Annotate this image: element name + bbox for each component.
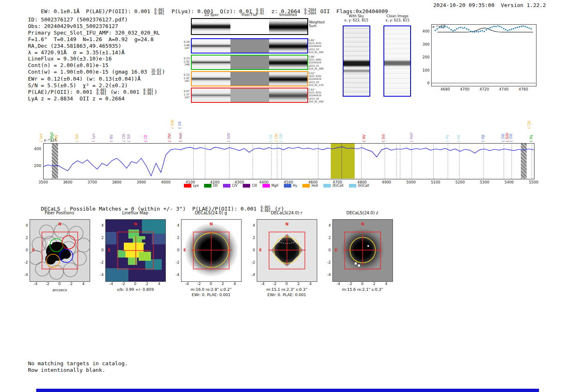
fiber-positions-figure: [30, 220, 90, 281]
row-fiber-id-labels-1: 0.85"(623, 815)20240429v015_03320_RL_090: [309, 39, 323, 53]
decals-z-east-label: E: [335, 248, 337, 252]
spectrum-xtick: 4000: [158, 180, 174, 184]
line-label-CIV: { CIV: [122, 109, 127, 142]
decals-match-summary: DECaLS : Possible Matches = 0 (within +/…: [28, 199, 284, 219]
legend-label: Hγ: [293, 184, 297, 188]
legend-swatch: [262, 184, 270, 188]
mini-ytick: 100: [419, 68, 430, 72]
panel-xtick: 4: [155, 282, 163, 286]
spectrum-ytick: 400: [30, 147, 41, 151]
lineflux-caption: s/b: 3.99 +/- 0.809: [96, 287, 174, 292]
catalog-match-note: No matching targets in catalog. Row inte…: [28, 360, 128, 373]
line-label-SiII: { SiII: [382, 109, 386, 142]
spectrum-xtick: 5300: [476, 180, 493, 184]
spectrum-xtick: 5100: [427, 180, 444, 184]
panel-xtick: 2: [295, 282, 303, 286]
mini-xtick: 4760: [517, 87, 530, 91]
line-label-Hγ: { Hγ: [530, 109, 534, 142]
panel-title-r: DECaLS(24.0) r: [257, 211, 316, 215]
line-label-OIII: { OIII: [279, 109, 284, 142]
line-label-CII: { CII: [144, 109, 149, 142]
panel-ytick: -2: [247, 260, 255, 264]
panel-xtick: 2: [219, 282, 227, 286]
row-2dspec-image: [192, 56, 230, 69]
row-smoothed-image: [269, 39, 307, 53]
decals-g-panel: N E: [181, 219, 242, 282]
info-seeing: F=1.6" T=0.149 N=1.26 A=0.92 g=24.8: [28, 36, 165, 43]
line-label-CIV: { CIV: [275, 109, 279, 142]
cleanimage-header: Clean Imagex, y: 623, 815: [381, 14, 414, 22]
panel-xtick: 0: [283, 282, 291, 286]
panel-ytick: 2: [323, 236, 331, 240]
column-header-smoothed: Smoothed: [272, 13, 304, 17]
info-redshifts: LyA z = 2.8834 OII z = 0.2664: [28, 95, 165, 102]
withsky-image: [343, 26, 370, 97]
panel-xtick: -4: [334, 282, 343, 286]
line-label-NV: { NV: [55, 109, 59, 142]
panel-ytick: -4: [171, 273, 179, 277]
panel-title-fiber: Fiber Positions: [30, 211, 89, 215]
legend-swatch: [204, 184, 211, 188]
spectrum-xtick: 3600: [60, 180, 76, 184]
legend-label: (K)CaII: [332, 184, 344, 188]
decals-r-overlays: [257, 220, 317, 281]
panel-ytick: 4: [323, 223, 331, 227]
spectrum-legend: LyαOIICIVCIIIMgIIHγHeII(K)CaII(H)CaII: [184, 184, 402, 188]
fiber-circle-red: [62, 236, 75, 249]
panel-ytick: -2: [20, 260, 28, 264]
legend-item-Lyα: Lyα: [184, 184, 199, 188]
spectrum-xtick: 3700: [84, 180, 100, 184]
panel-xtick: 4: [382, 282, 390, 286]
header-datetime-version: 2024-10-20 09:35:00 Version 1.22.2: [433, 2, 546, 8]
legend-item-OII: OII: [204, 184, 218, 188]
lineflux-north-label: N: [106, 222, 165, 226]
mini-ytick: 300: [419, 42, 430, 46]
line-label-HeII: { HeII: [179, 109, 183, 142]
decals-z-panel: N E: [332, 219, 393, 282]
weighted-sum-cutout: [191, 18, 308, 35]
panel-xtick: 0: [131, 282, 139, 286]
row-smoothed-image: [269, 72, 307, 86]
spectrum-ytick: 200: [30, 164, 41, 168]
line-label-SiIV: { SiIV: [227, 109, 232, 142]
lineflux-map-figure: [106, 220, 165, 281]
decals-g-north-label: N: [181, 222, 241, 226]
legend-item-Hγ: Hγ: [284, 184, 297, 188]
panel-ytick: 0: [171, 248, 179, 252]
panel-ytick: 2: [95, 236, 104, 240]
line-position-marker: [411, 143, 412, 179]
mini-ytick: 0: [419, 81, 430, 85]
weighted-2dspec-image: [192, 19, 230, 34]
panel-ytick: 4: [20, 223, 28, 227]
line-label-OIII: { OIII: [509, 109, 514, 142]
mini-xtick: 4680: [439, 87, 452, 91]
panel-xtick: 2: [143, 282, 151, 286]
row-2dspec-image: [192, 39, 230, 53]
line-label-SiII: { SiII: [75, 109, 80, 142]
panel-ytick: -4: [323, 273, 331, 277]
z-caption-1: m:15.6 re:2.1" s:0.3": [323, 287, 402, 292]
panel-xtick: 0: [207, 282, 215, 286]
panel-ytick: -4: [95, 273, 104, 277]
line-position-marker: [193, 143, 194, 179]
column-header-2dspec: 2D Spec: [195, 13, 228, 17]
panel-ytick: 2: [20, 236, 28, 240]
decals-r-east-label: E: [259, 248, 262, 252]
decals-r-panel: N E: [257, 219, 317, 282]
panel-xtick: 4: [307, 282, 315, 286]
line-position-marker: [532, 143, 532, 179]
legend-label: Lyα: [193, 184, 199, 188]
line-position-marker: [253, 143, 253, 179]
line-label-Lyα: { Lyα: [39, 109, 44, 142]
row-fiber-id-labels-3: 0.92"(620, 629)20240429v015_02320_RL_070: [309, 72, 323, 86]
plae-fraction: 0.0010.001: [154, 9, 164, 15]
row-smoothed-image: [269, 56, 307, 69]
spectrum-xtick: 5500: [525, 180, 542, 184]
row-fiber-id-labels-2: 0.86"(622, 806)20240429v015_01320_RL_089: [309, 55, 323, 70]
detection-info-block: ID: 5002376127 (5002376127.pdf) Obs: 202…: [28, 16, 165, 102]
line-label-NV: { NV: [110, 109, 114, 142]
legend-swatch: [349, 184, 356, 188]
row-weight-labels-1: 0.243.48247: [181, 41, 190, 50]
withsky-header: With Skyx, y: 623, 815: [340, 14, 373, 22]
panel-xtick: -4: [259, 282, 267, 286]
